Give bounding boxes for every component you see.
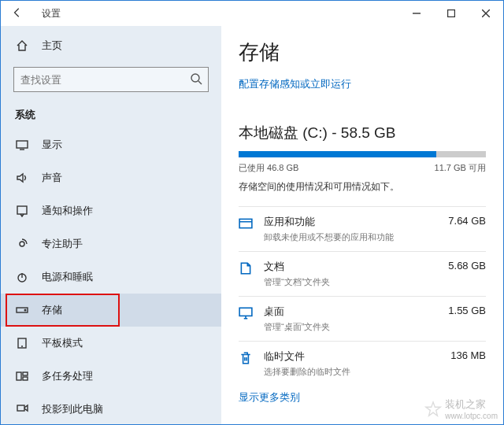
show-more-link[interactable]: 显示更多类别 bbox=[239, 390, 486, 405]
storage-icon bbox=[15, 304, 29, 316]
category-sub: 管理“桌面”文件夹 bbox=[264, 321, 486, 333]
category-name: 文档 bbox=[264, 260, 284, 274]
focus-icon bbox=[15, 238, 29, 250]
sidebar-item-label: 显示 bbox=[42, 138, 62, 152]
usage-bar-fill bbox=[239, 151, 436, 157]
sidebar-item-label: 存储 bbox=[42, 303, 62, 317]
sound-icon bbox=[15, 172, 29, 184]
back-button[interactable] bbox=[12, 6, 28, 22]
sidebar-item-label: 平板模式 bbox=[42, 336, 83, 350]
tablet-icon bbox=[15, 337, 29, 349]
category-temp[interactable]: 临时文件136 MB 选择要删除的临时文件 bbox=[239, 341, 486, 386]
section-label: 系统 bbox=[1, 100, 221, 128]
category-size: 7.64 GB bbox=[448, 215, 486, 229]
notifications-icon bbox=[15, 205, 29, 217]
display-icon bbox=[15, 139, 29, 151]
configure-storage-sense-link[interactable]: 配置存储感知或立即运行 bbox=[239, 77, 486, 91]
category-sub: 卸载未使用或不想要的应用和功能 bbox=[264, 231, 486, 243]
power-icon bbox=[15, 271, 29, 283]
svg-rect-10 bbox=[23, 372, 28, 375]
sidebar-item-multitask[interactable]: 多任务处理 bbox=[1, 360, 221, 393]
page-title: 存储 bbox=[239, 39, 486, 66]
disk-title: 本地磁盘 (C:) - 58.5 GB bbox=[239, 123, 486, 143]
category-name: 桌面 bbox=[264, 305, 284, 319]
category-desktop[interactable]: 桌面1.55 GB 管理“桌面”文件夹 bbox=[239, 296, 486, 341]
svg-rect-13 bbox=[239, 219, 252, 227]
category-sub: 管理“文档”文件夹 bbox=[264, 276, 486, 288]
minimize-button[interactable] bbox=[399, 1, 434, 26]
sidebar-item-storage[interactable]: 存储 bbox=[1, 294, 221, 327]
close-button[interactable] bbox=[469, 1, 503, 26]
svg-rect-11 bbox=[23, 377, 28, 380]
home-icon bbox=[15, 39, 29, 52]
search-icon bbox=[190, 72, 202, 88]
svg-point-7 bbox=[24, 309, 26, 311]
home-nav[interactable]: 主页 bbox=[1, 31, 221, 61]
usage-bar bbox=[239, 151, 486, 157]
category-name: 应用和功能 bbox=[264, 215, 315, 229]
search-input[interactable] bbox=[13, 67, 209, 92]
project-icon bbox=[15, 403, 29, 416]
sidebar-item-focus[interactable]: 专注助手 bbox=[1, 227, 221, 261]
sidebar-item-power[interactable]: 电源和睡眠 bbox=[1, 261, 221, 294]
sidebar-item-label: 声音 bbox=[42, 171, 62, 185]
used-label: 已使用 46.8 GB bbox=[239, 162, 298, 174]
window-title: 设置 bbox=[42, 7, 61, 20]
trash-icon bbox=[239, 351, 254, 368]
category-size: 5.68 GB bbox=[448, 260, 486, 274]
sidebar: 主页 系统 显示 声音 通知和操作 bbox=[1, 26, 221, 424]
category-size: 136 MB bbox=[450, 349, 486, 364]
free-label: 11.7 GB 可用 bbox=[435, 162, 486, 174]
sidebar-item-label: 投影到此电脑 bbox=[42, 402, 103, 416]
svg-rect-2 bbox=[17, 141, 28, 148]
svg-rect-14 bbox=[239, 308, 252, 316]
svg-rect-3 bbox=[17, 206, 27, 214]
sidebar-item-notifications[interactable]: 通知和操作 bbox=[1, 194, 221, 227]
sidebar-item-display[interactable]: 显示 bbox=[1, 128, 221, 161]
category-documents[interactable]: 文档5.68 GB 管理“文档”文件夹 bbox=[239, 251, 486, 296]
sidebar-item-label: 通知和操作 bbox=[42, 204, 93, 218]
sidebar-item-tablet[interactable]: 平板模式 bbox=[1, 327, 221, 360]
usage-description: 存储空间的使用情况和可用情况如下。 bbox=[239, 180, 486, 194]
svg-rect-12 bbox=[17, 405, 24, 411]
main-panel: 存储 配置存储感知或立即运行 本地磁盘 (C:) - 58.5 GB 已使用 4… bbox=[221, 26, 503, 424]
category-apps[interactable]: 应用和功能7.64 GB 卸载未使用或不想要的应用和功能 bbox=[239, 206, 486, 251]
sidebar-item-label: 专注助手 bbox=[42, 237, 83, 251]
sidebar-item-project[interactable]: 投影到此电脑 bbox=[1, 393, 221, 425]
sidebar-item-label: 电源和睡眠 bbox=[42, 270, 93, 284]
desktop-icon bbox=[239, 306, 254, 323]
category-sub: 选择要删除的临时文件 bbox=[264, 366, 486, 378]
svg-point-4 bbox=[20, 242, 24, 246]
apps-icon bbox=[239, 216, 254, 234]
documents-icon bbox=[239, 261, 254, 279]
sidebar-item-label: 多任务处理 bbox=[42, 369, 93, 383]
category-size: 1.55 GB bbox=[448, 305, 486, 319]
titlebar: 设置 bbox=[1, 1, 503, 26]
maximize-button[interactable] bbox=[434, 1, 469, 26]
multitask-icon bbox=[15, 370, 29, 382]
svg-point-1 bbox=[191, 74, 199, 82]
svg-rect-9 bbox=[17, 372, 21, 380]
svg-rect-0 bbox=[448, 10, 455, 17]
sidebar-item-sound[interactable]: 声音 bbox=[1, 161, 221, 194]
category-name: 临时文件 bbox=[264, 349, 305, 364]
home-label: 主页 bbox=[42, 39, 62, 53]
